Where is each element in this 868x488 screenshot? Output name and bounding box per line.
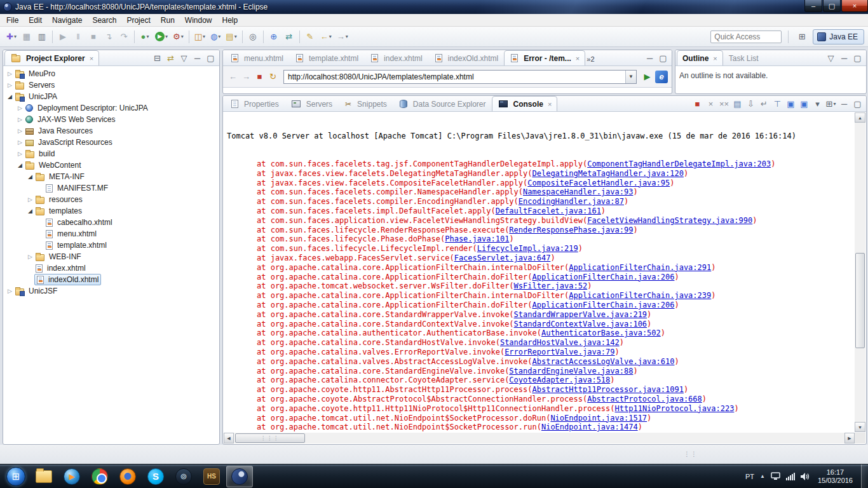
view-tab-servers[interactable]: Servers <box>285 96 338 111</box>
menu-window[interactable]: Window <box>180 15 217 26</box>
stack-trace-link[interactable]: CoyoteAdapter.java:518 <box>509 376 610 384</box>
back-icon[interactable]: ←▾ <box>318 30 334 44</box>
step-over-icon[interactable]: ↷ <box>117 30 131 44</box>
view-tab-data-source-explorer[interactable]: Data Source Explorer <box>393 96 492 111</box>
console-vertical-scrollbar[interactable]: ▲ ▼ <box>855 112 865 432</box>
menu-project[interactable]: Project <box>121 15 155 26</box>
perspective-java-ee-button[interactable]: Java EE <box>813 29 864 44</box>
tree-item-cabecalho-xhtml[interactable]: cabecalho.xhtml <box>3 217 219 228</box>
editor-tab-template-xhtml[interactable]: template.xhtml <box>289 50 364 65</box>
stack-trace-link[interactable]: AbstractHttp11Processor.java:1091 <box>532 385 683 394</box>
stack-trace-link[interactable]: NioEndpoint.java:1517 <box>550 414 647 423</box>
minimize-icon[interactable]: ─ <box>191 52 203 64</box>
taskbar-media-player-button[interactable]: ▶ <box>58 466 85 487</box>
clear-console-icon[interactable]: ▤ <box>731 98 743 109</box>
tree-item-index-xhtml[interactable]: index.xhtml <box>3 262 219 274</box>
stack-trace-link[interactable]: WsFilter.java:52 <box>514 281 588 290</box>
stack-trace-link[interactable]: StandardEngineValve.java:88 <box>509 367 633 376</box>
view-tab-outline[interactable]: Outline× <box>677 50 723 65</box>
maximize-icon[interactable]: ▢ <box>657 52 669 64</box>
maximize-icon[interactable]: ▢ <box>851 52 864 64</box>
view-tab-properties[interactable]: Properties <box>224 96 285 111</box>
menu-search[interactable]: Search <box>87 15 121 26</box>
close-icon[interactable]: × <box>90 55 93 62</box>
tree-item-web-inf[interactable]: ▷WEB-INF <box>3 251 219 262</box>
forward-icon[interactable]: →▾ <box>335 30 350 44</box>
external-tools-icon[interactable]: ⚙▾ <box>171 30 186 44</box>
stack-trace-link[interactable]: LifecycleImpl.java:219 <box>477 244 578 253</box>
stack-trace-link[interactable]: StandardHostValve.java:142 <box>500 338 620 347</box>
maximize-icon[interactable]: ▢ <box>851 98 864 109</box>
url-dropdown-icon[interactable]: ▼ <box>625 71 636 83</box>
go-icon[interactable]: ▶ <box>641 71 653 83</box>
stack-trace-link[interactable]: FaceletViewHandlingStrategy.java:990 <box>587 216 752 225</box>
new-web-service-icon[interactable]: ◍▾ <box>208 30 222 44</box>
tree-expander-icon[interactable]: ▷ <box>6 71 14 77</box>
close-icon[interactable]: × <box>576 55 580 62</box>
tree-item-templates[interactable]: ◢templates <box>3 205 219 217</box>
tree-item-resources[interactable]: ▷resources <box>3 194 219 205</box>
close-icon[interactable]: × <box>713 55 717 62</box>
tree-item-manifest-mf[interactable]: MANIFEST.MF <box>3 182 219 194</box>
run-icon[interactable]: ▶▾ <box>153 30 170 44</box>
show-stderr-icon[interactable]: ▣ <box>798 98 810 109</box>
stack-trace-link[interactable]: AbstractAccessLogValve.java:610 <box>532 357 674 366</box>
stack-trace-link[interactable]: StandardWrapperValve.java:219 <box>514 310 648 319</box>
tree-item-javascript-resources[interactable]: ▷JavaScript Resources <box>3 137 219 148</box>
new-ejb-icon[interactable]: ◫▾ <box>193 30 207 44</box>
word-wrap-icon[interactable]: ↵ <box>758 98 770 109</box>
stop-icon[interactable]: ■ <box>254 71 266 83</box>
stack-trace-link[interactable]: RenderResponsePhase.java:99 <box>509 226 633 234</box>
tree-item-meupro[interactable]: ▷MeuPro <box>3 68 219 79</box>
stack-trace-link[interactable]: ApplicationFilterChain.java:291 <box>569 263 711 272</box>
minimize-button[interactable]: – <box>804 0 822 12</box>
tree-item-indexold-xhtml[interactable]: indexOld.xhtml <box>3 274 219 285</box>
terminate-icon[interactable]: ■ <box>86 30 100 44</box>
web-browser-icon[interactable]: ⊕ <box>267 30 281 44</box>
terminate-icon[interactable]: ■ <box>691 98 703 109</box>
print-icon[interactable]: ▥ <box>35 30 49 44</box>
stack-trace-link[interactable]: AuthenticatorBase.java:502 <box>541 329 661 337</box>
console-horizontal-scrollbar[interactable]: ◀ ⋮⋮⋮ ▶ <box>224 433 855 444</box>
tree-item-java-resources[interactable]: ▷Java Resources <box>3 125 219 137</box>
tree-expander-icon[interactable]: ▷ <box>16 139 24 146</box>
tree-expander-icon[interactable]: ◢ <box>26 208 34 214</box>
step-into-icon[interactable]: ↴ <box>102 30 116 44</box>
tree-expander-icon[interactable]: ▷ <box>16 116 24 123</box>
minimize-icon[interactable]: ─ <box>838 98 850 109</box>
taskbar-start-button[interactable]: ⊞ <box>3 466 29 487</box>
scroll-up-arrow[interactable]: ▲ <box>855 112 865 123</box>
stack-trace-link[interactable]: DelegatingMetaTagHandler.java:120 <box>532 169 683 178</box>
new-icon[interactable]: ✚▾ <box>4 30 18 44</box>
new-servlet-icon[interactable]: ▤▾ <box>224 30 238 44</box>
url-input[interactable] <box>284 72 625 81</box>
hidden-icons-arrow[interactable]: ▲ <box>760 473 765 479</box>
save-icon[interactable]: ▦ <box>20 30 34 44</box>
scroll-lock-icon[interactable]: ⇩ <box>745 98 757 109</box>
tab-overflow-chevron[interactable]: »2 <box>587 55 594 63</box>
editor-tab-indexold-xhtml[interactable]: indexOld.xhtml <box>428 50 504 65</box>
tree-expander-icon[interactable]: ▷ <box>26 254 34 260</box>
volume-icon[interactable] <box>801 473 810 480</box>
refresh-icon[interactable]: ↻ <box>267 71 279 83</box>
search-icon[interactable]: ◎ <box>246 30 260 44</box>
stack-trace-link[interactable]: ApplicationFilterChain.java:239 <box>569 291 711 300</box>
stack-trace-link[interactable]: NioEndpoint.java:1474 <box>541 423 638 431</box>
minimize-icon[interactable]: ─ <box>838 52 850 64</box>
view-menu-icon[interactable]: ▽ <box>178 52 190 64</box>
taskbar-skype-button[interactable]: S <box>142 466 169 487</box>
stack-trace-link[interactable]: FacesServlet.java:647 <box>454 254 551 262</box>
forward-icon[interactable]: → <box>240 71 252 83</box>
menu-file[interactable]: File <box>1 15 24 26</box>
open-perspective-icon[interactable]: ⊞ <box>795 30 809 44</box>
external-browser-icon[interactable]: e <box>655 71 668 83</box>
menu-run[interactable]: Run <box>156 15 180 26</box>
menu-navigate[interactable]: Navigate <box>47 15 87 26</box>
tree-item-jax-ws-web-services[interactable]: ▷JAX-WS Web Services <box>3 114 219 125</box>
stack-trace-link[interactable]: EncodingHandler.java:87 <box>519 197 624 206</box>
maximize-button[interactable]: ▢ <box>823 0 841 12</box>
scroll-left-arrow[interactable]: ◀ <box>224 433 234 444</box>
language-indicator[interactable]: PT <box>745 473 754 480</box>
tree-expander-icon[interactable]: ▷ <box>26 196 34 203</box>
view-menu-icon[interactable]: ▽ <box>825 52 837 64</box>
